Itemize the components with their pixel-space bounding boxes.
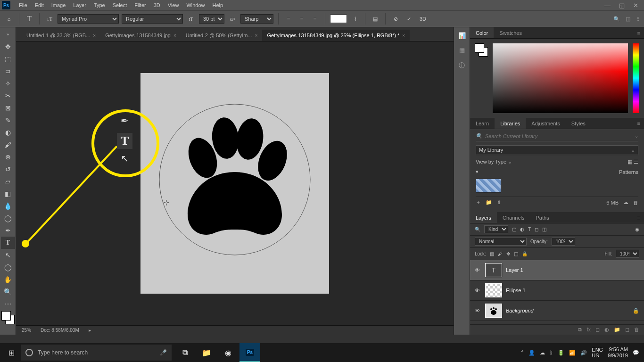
move-tool-icon[interactable]: ✥ xyxy=(1,41,15,53)
layer-row[interactable]: 👁 Background 🔒 xyxy=(470,301,644,321)
pattern-thumbnail[interactable] xyxy=(476,179,501,193)
doc-tab-2[interactable]: Untitled-2 @ 50% (GettyIm...× xyxy=(181,30,263,41)
panel-menu-icon[interactable]: ≡ xyxy=(634,121,644,126)
panel-menu-icon[interactable]: ≡ xyxy=(634,215,644,221)
people-icon[interactable]: 👤 xyxy=(528,350,535,356)
trash-icon[interactable]: 🗑 xyxy=(634,327,639,333)
doc-tab-0[interactable]: Untitled-1 @ 33.3% (RGB...× xyxy=(22,30,100,41)
layer-filter-select[interactable]: Kind xyxy=(484,225,508,233)
dodge-tool-icon[interactable]: ◯ xyxy=(1,212,15,224)
visibility-icon[interactable]: 👁 xyxy=(475,288,481,293)
opacity-input[interactable]: 100% xyxy=(552,238,575,246)
styles-tab[interactable]: Styles xyxy=(566,118,591,129)
menu-filter[interactable]: Filter xyxy=(131,2,149,8)
magic-wand-tool-icon[interactable]: ✧ xyxy=(1,77,15,90)
adjustment-layer-icon[interactable]: ◐ xyxy=(604,327,609,333)
lock-icon[interactable]: 🔒 xyxy=(633,308,639,314)
doc-tab-3[interactable]: GettyImages-131584349.jpg @ 25% (Ellipse… xyxy=(262,30,410,41)
menu-layer[interactable]: Layer xyxy=(69,2,90,8)
close-tab-icon[interactable]: × xyxy=(173,33,176,38)
warp-text-icon[interactable]: ⌇ xyxy=(350,14,360,24)
expand-panel-icon[interactable]: » xyxy=(1,28,15,41)
menu-image[interactable]: Image xyxy=(48,2,70,8)
upload-icon[interactable]: ⇪ xyxy=(497,199,501,206)
brush-tool-icon[interactable]: 🖌 xyxy=(1,139,15,151)
canvas[interactable]: ⊹ xyxy=(140,73,329,294)
toolbar-menu-icon[interactable]: ⋯ xyxy=(1,298,15,310)
align-center-icon[interactable]: ≡ xyxy=(297,14,307,24)
tray-overflow-icon[interactable]: ˄ xyxy=(521,350,524,356)
align-left-icon[interactable]: ≡ xyxy=(283,14,294,24)
blend-mode-select[interactable]: Normal xyxy=(475,238,527,246)
mic-icon[interactable]: 🎤 xyxy=(160,349,167,356)
paths-tab[interactable]: Paths xyxy=(530,212,555,223)
notifications-icon[interactable]: 💬 xyxy=(633,350,639,356)
photoshop-taskbar-icon[interactable]: Ps xyxy=(239,343,260,362)
zoom-value[interactable]: 25% xyxy=(22,328,31,333)
filter-pixel-icon[interactable]: ▢ xyxy=(512,227,516,232)
close-tab-icon[interactable]: × xyxy=(402,33,405,38)
healing-tool-icon[interactable]: ◐ xyxy=(1,126,15,139)
list-view-icon[interactable]: ☰ xyxy=(634,159,638,165)
start-button[interactable]: ⊞ xyxy=(2,343,21,362)
fg-bg-swatch[interactable] xyxy=(475,43,488,57)
library-search[interactable]: 🔍 Search Current Library ⌄ xyxy=(476,133,638,141)
menu-file[interactable]: File xyxy=(15,2,31,8)
align-right-icon[interactable]: ≡ xyxy=(310,14,320,24)
close-tab-icon[interactable]: × xyxy=(93,33,96,38)
workspace-icon[interactable]: ◫ xyxy=(626,16,630,22)
swatches-tab[interactable]: Swatches xyxy=(494,27,528,38)
lock-position-icon[interactable]: ✥ xyxy=(506,251,510,256)
close-icon[interactable]: ✕ xyxy=(633,2,638,9)
folder-icon[interactable]: 📁 xyxy=(486,199,492,206)
close-tab-icon[interactable]: × xyxy=(255,33,258,38)
libraries-panel-icon[interactable]: ▦ xyxy=(459,47,465,54)
layer-row[interactable]: 👁 T Layer 1 xyxy=(470,260,644,280)
fill-input[interactable]: 100% xyxy=(616,250,639,258)
font-family-select[interactable]: Myriad Pro xyxy=(58,14,119,24)
visibility-icon[interactable]: 👁 xyxy=(475,308,481,313)
layer-fx-icon[interactable]: fx xyxy=(586,327,591,333)
shape-tool-icon[interactable]: ◯ xyxy=(1,261,15,273)
libraries-tab[interactable]: Libraries xyxy=(495,118,526,129)
menu-window[interactable]: Window xyxy=(182,2,208,8)
onedrive-icon[interactable]: ☁ xyxy=(540,350,545,356)
battery-icon[interactable]: 🔋 xyxy=(558,350,564,356)
filter-toggle-icon[interactable]: ◉ xyxy=(635,227,639,232)
crop-tool-icon[interactable]: ✂ xyxy=(1,90,15,102)
orientation-icon[interactable]: ↓T xyxy=(44,14,55,24)
wifi-icon[interactable]: 📶 xyxy=(569,350,576,356)
new-layer-icon[interactable]: ◻ xyxy=(625,327,629,333)
layers-tab[interactable]: Layers xyxy=(470,212,497,223)
type-tool-icon[interactable]: T xyxy=(1,237,15,249)
color-tab[interactable]: Color xyxy=(470,27,494,38)
language-indicator[interactable]: ENGUS xyxy=(592,347,603,358)
tool-preset-icon[interactable]: T xyxy=(24,14,34,24)
layer-name[interactable]: Ellipse 1 xyxy=(506,288,526,293)
chevron-down-icon[interactable]: ⌄ xyxy=(634,133,638,139)
antialias-select[interactable]: Sharp xyxy=(240,14,273,24)
task-view-icon[interactable]: ⧉ xyxy=(174,343,195,362)
marquee-tool-icon[interactable]: ⬚ xyxy=(1,53,15,65)
fg-bg-color-icon[interactable] xyxy=(1,310,15,325)
eyedropper-tool-icon[interactable]: ✎ xyxy=(1,114,15,126)
learn-tab[interactable]: Learn xyxy=(470,118,495,129)
eraser-tool-icon[interactable]: ▱ xyxy=(1,175,15,188)
search-icon[interactable]: 🔍 xyxy=(613,16,620,22)
restore-icon[interactable]: ◱ xyxy=(619,2,625,9)
pen-tool-icon[interactable]: ✒ xyxy=(1,224,15,237)
lock-artboard-icon[interactable]: ◫ xyxy=(514,251,518,256)
patterns-section-toggle[interactable]: ▾ Patterns xyxy=(476,169,638,175)
menu-3d[interactable]: 3D xyxy=(150,2,164,8)
volume-icon[interactable]: 🔊 xyxy=(580,350,587,356)
cloud-icon[interactable]: ☁ xyxy=(623,199,628,206)
view-by-toggle[interactable]: View by Type ⌄ xyxy=(476,159,512,165)
minimize-icon[interactable]: ― xyxy=(604,2,611,9)
clock[interactable]: 9:56 AM9/9/2019 xyxy=(608,346,628,359)
cancel-icon[interactable]: ⊘ xyxy=(390,14,401,24)
lock-all-icon[interactable]: 🔒 xyxy=(522,251,528,256)
info-panel-icon[interactable]: ⓘ xyxy=(459,61,465,70)
gradient-tool-icon[interactable]: ◧ xyxy=(1,188,15,200)
trash-icon[interactable]: 🗑 xyxy=(633,200,638,206)
visibility-icon[interactable]: 👁 xyxy=(475,267,481,273)
